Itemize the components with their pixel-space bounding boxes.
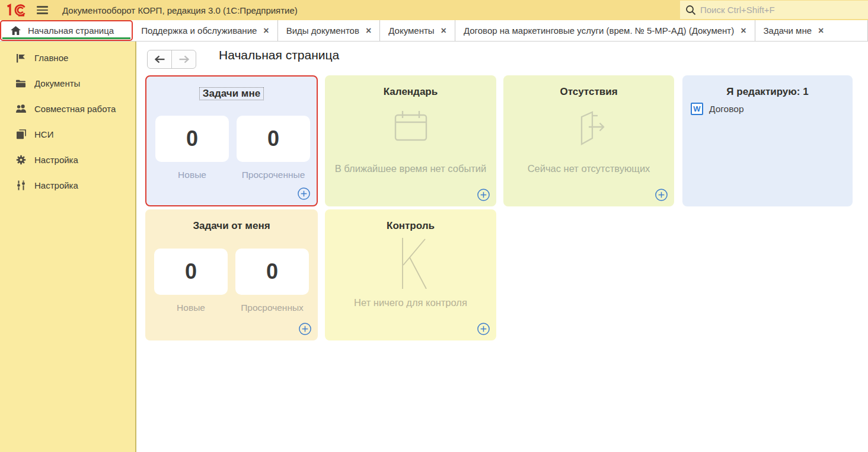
widget-title-link[interactable]: Я редактирую: 1: [726, 86, 808, 98]
counter-new[interactable]: 0: [154, 249, 228, 295]
close-icon[interactable]: ×: [366, 26, 371, 36]
counter-overdue[interactable]: 0: [235, 249, 309, 295]
widget-title-link[interactable]: Календарь: [384, 86, 438, 98]
tab-bar: Начальная страница Поддержка и обслужива…: [0, 20, 868, 42]
home-icon: [11, 26, 21, 35]
counter-value: 0: [186, 126, 198, 151]
tab-document-types[interactable]: Виды документов ×: [278, 20, 381, 41]
widget-i-am-editing: Я редактирую: 1 W Договор: [682, 75, 853, 206]
sidebar: Главное Документы Совместная работа: [0, 42, 136, 452]
active-tab-indicator: [2, 37, 130, 39]
counter-label: Просроченные: [237, 170, 310, 180]
main-menu-icon[interactable]: [37, 6, 48, 14]
widget-tasks-from-me: Задачи от меня 0 0 Новые Просроченных: [145, 209, 318, 340]
gear-icon: [15, 155, 27, 165]
editing-item-contract[interactable]: W Договор: [691, 103, 744, 115]
counter-value: 0: [266, 259, 278, 284]
close-icon[interactable]: ×: [818, 26, 824, 36]
close-icon[interactable]: ×: [741, 26, 746, 36]
sidebar-item-label: Настройка: [34, 155, 78, 165]
book-icon: [15, 129, 27, 139]
calendar-icon: [325, 110, 496, 143]
sidebar-item-collaboration[interactable]: Совместная работа: [0, 96, 135, 122]
word-file-icon: W: [691, 103, 703, 115]
widget-title-link[interactable]: Задачи от меня: [193, 220, 270, 232]
tab-label: Виды документов: [286, 26, 359, 36]
search-icon: [685, 5, 696, 15]
close-icon[interactable]: ×: [441, 26, 446, 36]
add-widget-icon[interactable]: [655, 189, 668, 201]
empty-state-text: В ближайшее время нет событий: [325, 163, 496, 174]
search-input[interactable]: [700, 5, 854, 15]
sliders-icon: [15, 180, 27, 190]
window-title: Документооборот КОРП, редакция 3.0 (1С:П…: [62, 5, 298, 15]
widget-title-link[interactable]: Контроль: [387, 220, 435, 232]
tab-home[interactable]: Начальная страница: [0, 20, 133, 41]
editing-item-label: Договор: [709, 104, 744, 114]
counter-value: 0: [267, 126, 279, 151]
1c-logo-icon: [6, 3, 26, 17]
add-widget-icon[interactable]: [299, 323, 311, 335]
people-icon: [15, 104, 27, 113]
sidebar-item-label: Настройка: [34, 180, 78, 190]
page-title: Начальная страница: [219, 48, 339, 62]
history-nav: [147, 50, 196, 69]
flag-icon: [15, 53, 27, 63]
widget-calendar: Календарь В ближайшее время нет событий: [325, 75, 496, 206]
tab-label: Поддержка и обслуживание: [141, 26, 257, 36]
tab-my-tasks[interactable]: Задачи мне ×: [755, 20, 868, 41]
widget-title-link[interactable]: Задачи мне: [199, 87, 264, 100]
sidebar-item-label: Совместная работа: [34, 104, 116, 114]
counter-new[interactable]: 0: [155, 116, 229, 162]
tab-label: Документы: [388, 26, 434, 36]
forward-button[interactable]: [172, 50, 196, 68]
widget-title-link[interactable]: Отсутствия: [560, 86, 617, 98]
control-k-icon: [325, 238, 496, 289]
close-icon[interactable]: ×: [263, 26, 269, 36]
sidebar-item-settings[interactable]: Настройка: [0, 147, 135, 173]
sidebar-item-nsi[interactable]: НСИ: [0, 122, 135, 147]
sidebar-item-label: Главное: [34, 53, 68, 63]
sidebar-item-label: НСИ: [34, 129, 53, 139]
sidebar-item-documents[interactable]: Документы: [0, 71, 135, 96]
empty-state-text: Сейчас нет отсутствующих: [503, 163, 674, 174]
door-exit-icon: [503, 110, 674, 145]
add-widget-icon[interactable]: [298, 187, 310, 200]
back-button[interactable]: [148, 50, 172, 68]
widget-absences: Отсутствия Сейчас нет отсутствующих: [503, 75, 674, 206]
sidebar-item-label: Документы: [34, 78, 80, 88]
counter-label: Просроченных: [235, 303, 309, 313]
sidebar-item-main[interactable]: Главное: [0, 45, 135, 71]
counter-label: Новые: [154, 303, 228, 313]
global-search[interactable]: [680, 1, 868, 19]
empty-state-text: Нет ничего для контроля: [325, 297, 496, 308]
tab-label: Задачи мне: [764, 26, 812, 36]
top-bar: Документооборот КОРП, редакция 3.0 (1С:П…: [0, 0, 868, 20]
tab-support[interactable]: Поддержка и обслуживание ×: [133, 20, 278, 41]
sidebar-item-settings-2[interactable]: Настройка: [0, 173, 135, 198]
widget-control: Контроль Нет ничего для контроля: [325, 209, 496, 340]
tab-documents[interactable]: Документы ×: [380, 20, 455, 41]
widget-tasks-to-me: Задачи мне 0 0 Новые Просроченные: [145, 75, 318, 206]
counter-overdue[interactable]: 0: [237, 116, 310, 162]
tab-label: Начальная страница: [28, 26, 114, 36]
main-content: Начальная страница Задачи мне 0 0 Новые …: [138, 42, 868, 452]
folder-icon: [15, 79, 27, 88]
counter-value: 0: [185, 259, 197, 284]
add-widget-icon[interactable]: [477, 189, 490, 201]
tab-label: Договор на маркетинговые услуги (врем. №…: [464, 26, 734, 36]
counter-label: Новые: [155, 170, 229, 180]
tab-contract[interactable]: Договор на маркетинговые услуги (врем. №…: [455, 20, 755, 41]
add-widget-icon[interactable]: [477, 323, 490, 335]
